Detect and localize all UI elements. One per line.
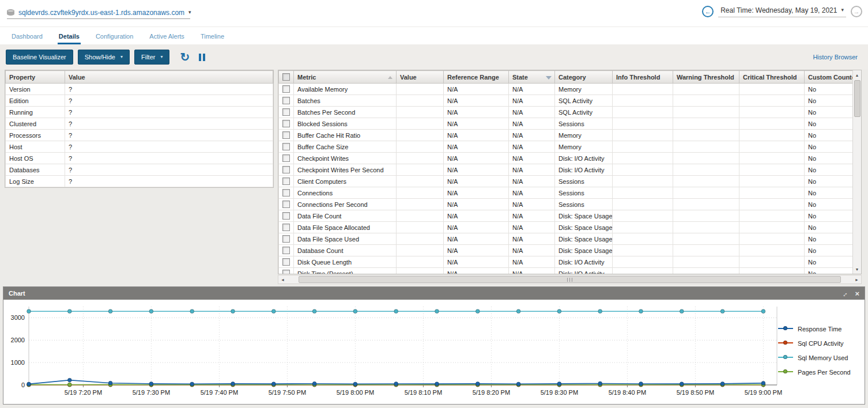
metric-category-cell[interactable]: Sessions bbox=[555, 199, 613, 210]
scroll-right-icon[interactable]: ► bbox=[852, 278, 861, 282]
metric-info-threshold-cell[interactable] bbox=[613, 130, 673, 141]
property-value-cell[interactable]: ? bbox=[65, 107, 273, 118]
metric-value-cell[interactable] bbox=[397, 233, 444, 245]
metric-state-cell[interactable]: N/A bbox=[509, 130, 555, 141]
metric-info-threshold-cell[interactable] bbox=[613, 222, 673, 233]
metric-name-cell[interactable]: Checkpoint Writes bbox=[294, 153, 397, 164]
horizontal-scrollbar-thumb[interactable] bbox=[299, 276, 841, 283]
property-name-cell[interactable]: Version bbox=[6, 84, 65, 95]
metric-info-threshold-cell[interactable] bbox=[613, 199, 673, 210]
metric-value-cell[interactable] bbox=[397, 268, 444, 275]
metric-checkbox[interactable] bbox=[282, 189, 290, 197]
refresh-icon[interactable]: ↻ bbox=[180, 51, 190, 63]
property-name-cell[interactable]: Edition bbox=[6, 95, 65, 107]
property-name-cell[interactable]: Host bbox=[6, 141, 65, 153]
metric-warning-threshold-cell[interactable] bbox=[673, 233, 739, 245]
metric-state-cell[interactable]: N/A bbox=[509, 199, 555, 210]
metric-state-cell[interactable]: N/A bbox=[509, 268, 555, 275]
value-column-header[interactable]: Value bbox=[397, 71, 444, 84]
metric-reference-range-cell[interactable]: N/A bbox=[444, 222, 509, 233]
metric-custom-counter-cell[interactable]: No bbox=[805, 256, 854, 268]
metric-custom-counter-cell[interactable]: No bbox=[805, 107, 854, 118]
metric-reference-range-cell[interactable]: N/A bbox=[444, 176, 509, 187]
metric-row[interactable]: Disk Time (Percent)N/AN/ADisk: I/O Activ… bbox=[279, 268, 854, 275]
metric-checkbox[interactable] bbox=[282, 235, 290, 243]
property-value-cell[interactable]: ? bbox=[65, 95, 273, 107]
metric-row[interactable]: Database CountN/AN/ADisk: Space UsageNo bbox=[279, 245, 854, 256]
metric-state-cell[interactable]: N/A bbox=[509, 164, 555, 176]
metric-warning-threshold-cell[interactable] bbox=[673, 245, 739, 256]
property-value-cell[interactable]: ? bbox=[65, 84, 273, 95]
metric-reference-range-cell[interactable]: N/A bbox=[444, 118, 509, 130]
metric-state-cell[interactable]: N/A bbox=[509, 233, 555, 245]
metric-name-cell[interactable]: Data File Count bbox=[294, 210, 397, 222]
legend-item-pages-per-second[interactable]: Pages Per Second bbox=[778, 365, 860, 379]
scroll-down-icon[interactable]: ▼ bbox=[853, 265, 861, 273]
metric-name-cell[interactable]: Available Memory bbox=[294, 84, 397, 95]
property-row[interactable]: Clustered? bbox=[6, 118, 273, 130]
chevron-down-icon[interactable]: ▾ bbox=[188, 10, 191, 15]
metric-name-cell[interactable]: Batches Per Second bbox=[294, 107, 397, 118]
custom-counter-column-header[interactable]: Custom Counter bbox=[805, 71, 854, 84]
metric-checkbox[interactable] bbox=[282, 247, 290, 254]
metric-critical-threshold-cell[interactable] bbox=[739, 84, 805, 95]
filter-funnel-icon[interactable] bbox=[546, 76, 552, 80]
history-browser-link[interactable]: History Browser bbox=[813, 54, 862, 61]
metric-name-cell[interactable]: Checkpoint Writes Per Second bbox=[294, 164, 397, 176]
metric-checkbox[interactable] bbox=[282, 120, 290, 127]
metric-category-cell[interactable]: Disk: Space Usage bbox=[555, 233, 613, 245]
metric-row[interactable]: Disk Queue LengthN/AN/ADisk: I/O Activit… bbox=[279, 256, 854, 268]
metric-state-cell[interactable]: N/A bbox=[509, 84, 555, 95]
property-name-cell[interactable]: Processors bbox=[6, 130, 65, 141]
tab-timeline[interactable]: Timeline bbox=[199, 31, 225, 44]
metric-warning-threshold-cell[interactable] bbox=[673, 222, 739, 233]
metric-info-threshold-cell[interactable] bbox=[613, 245, 673, 256]
metric-checkbox[interactable] bbox=[282, 224, 290, 231]
metric-value-cell[interactable] bbox=[397, 130, 444, 141]
metric-warning-threshold-cell[interactable] bbox=[673, 164, 739, 176]
metric-info-threshold-cell[interactable] bbox=[613, 210, 673, 222]
metric-warning-threshold-cell[interactable] bbox=[673, 210, 739, 222]
metric-name-cell[interactable]: Connections Per Second bbox=[294, 199, 397, 210]
metric-value-cell[interactable] bbox=[397, 187, 444, 199]
metric-critical-threshold-cell[interactable] bbox=[739, 130, 805, 141]
metric-state-cell[interactable]: N/A bbox=[509, 187, 555, 199]
metric-category-cell[interactable]: Disk: I/O Activity bbox=[555, 268, 613, 275]
metric-name-cell[interactable]: Data File Space Used bbox=[294, 233, 397, 245]
metric-warning-threshold-cell[interactable] bbox=[673, 84, 739, 95]
metric-reference-range-cell[interactable]: N/A bbox=[444, 164, 509, 176]
metric-category-cell[interactable]: Disk: I/O Activity bbox=[555, 256, 613, 268]
metric-row[interactable]: BatchesN/AN/ASQL ActivityNo bbox=[279, 95, 854, 107]
property-value-cell[interactable]: ? bbox=[65, 118, 273, 130]
state-column-header[interactable]: State bbox=[509, 71, 555, 84]
metric-state-cell[interactable]: N/A bbox=[509, 245, 555, 256]
property-value-cell[interactable]: ? bbox=[65, 164, 273, 176]
metric-checkbox[interactable] bbox=[282, 177, 290, 185]
metric-custom-counter-cell[interactable]: No bbox=[805, 245, 854, 256]
metric-info-threshold-cell[interactable] bbox=[613, 118, 673, 130]
metric-row[interactable]: Checkpoint WritesN/AN/ADisk: I/O Activit… bbox=[279, 153, 854, 164]
metric-info-threshold-cell[interactable] bbox=[613, 176, 673, 187]
metric-name-cell[interactable]: Client Computers bbox=[294, 176, 397, 187]
metric-value-cell[interactable] bbox=[397, 84, 444, 95]
metric-name-cell[interactable]: Blocked Sessions bbox=[294, 118, 397, 130]
metric-value-cell[interactable] bbox=[397, 107, 444, 118]
metric-critical-threshold-cell[interactable] bbox=[739, 95, 805, 107]
property-value-column-header[interactable]: Value bbox=[65, 71, 273, 84]
metric-category-cell[interactable]: Disk: Space Usage bbox=[555, 222, 613, 233]
metric-name-cell[interactable]: Connections bbox=[294, 187, 397, 199]
metric-state-cell[interactable]: N/A bbox=[509, 210, 555, 222]
metric-value-cell[interactable] bbox=[397, 164, 444, 176]
metric-name-cell[interactable]: Database Count bbox=[294, 245, 397, 256]
info-threshold-column-header[interactable]: Info Threshold bbox=[613, 71, 673, 84]
property-row[interactable]: Host? bbox=[6, 141, 273, 153]
metric-category-cell[interactable]: Disk: Space Usage bbox=[555, 210, 613, 222]
metric-warning-threshold-cell[interactable] bbox=[673, 176, 739, 187]
metric-value-cell[interactable] bbox=[397, 118, 444, 130]
metric-info-threshold-cell[interactable] bbox=[613, 187, 673, 199]
property-name-cell[interactable]: Databases bbox=[6, 164, 65, 176]
property-value-cell[interactable]: ? bbox=[65, 130, 273, 141]
history-back-button[interactable]: ← bbox=[702, 6, 714, 17]
metric-category-cell[interactable]: Memory bbox=[555, 130, 613, 141]
metric-value-cell[interactable] bbox=[397, 153, 444, 164]
